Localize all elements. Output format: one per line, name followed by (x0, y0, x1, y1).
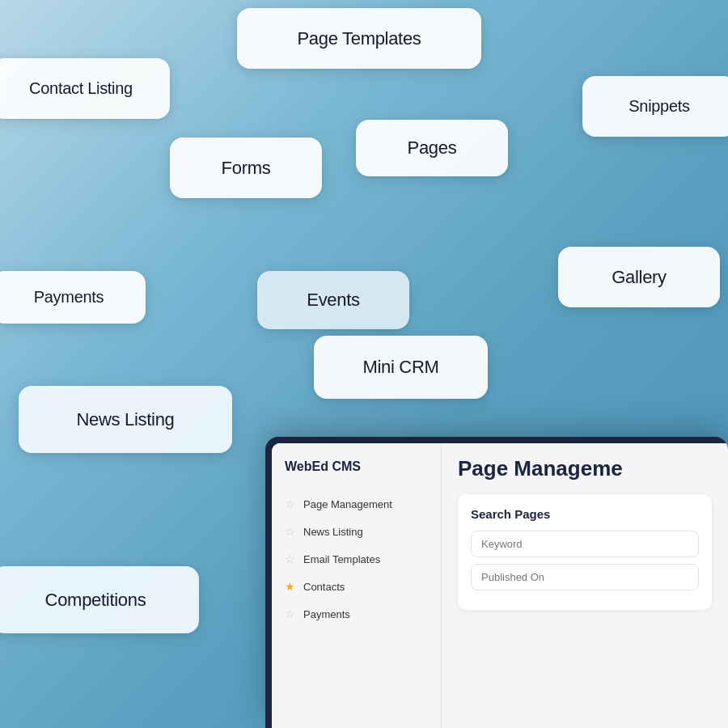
star-icon-1: ☆ (285, 497, 295, 510)
star-icon-2: ☆ (285, 525, 295, 538)
card-competitions[interactable]: Competitions (0, 566, 199, 633)
sidebar-item-email-templates[interactable]: ☆ Email Templates (272, 545, 441, 573)
sidebar-label-payments: Payments (303, 608, 350, 620)
card-events[interactable]: Events (257, 271, 409, 329)
card-contact-listing[interactable]: Contact Listing (0, 58, 170, 119)
card-forms[interactable]: Forms (170, 138, 322, 198)
app-logo: WebEd CMS (272, 459, 441, 490)
device-window: WebEd CMS ☆ Page Management ☆ News Listi… (265, 437, 728, 728)
sidebar-label-page-management: Page Management (303, 498, 392, 510)
sidebar-label-news-listing: News Listing (303, 526, 363, 538)
card-pages[interactable]: Pages (356, 120, 508, 176)
card-gallery[interactable]: Gallery (558, 247, 720, 307)
sidebar-label-contacts: Contacts (303, 581, 345, 593)
card-news-listing[interactable]: News Listing (19, 386, 232, 453)
main-content: Page Manageme Search Pages (442, 443, 728, 728)
card-snippets[interactable]: Snippets (582, 76, 728, 137)
sidebar-item-contacts[interactable]: ★ Contacts (272, 573, 441, 600)
sidebar: WebEd CMS ☆ Page Management ☆ News Listi… (272, 443, 442, 728)
card-mini-crm[interactable]: Mini CRM (314, 336, 488, 399)
card-payments[interactable]: Payments (0, 271, 146, 324)
star-icon-4: ★ (285, 580, 295, 593)
keyword-input[interactable] (471, 531, 699, 557)
main-title: Page Manageme (458, 456, 712, 481)
sidebar-item-news-listing[interactable]: ☆ News Listing (272, 518, 441, 545)
card-page-templates[interactable]: Page Templates (237, 8, 481, 69)
sidebar-item-page-management[interactable]: ☆ Page Management (272, 490, 441, 518)
search-panel-title: Search Pages (471, 507, 699, 521)
star-icon-5: ☆ (285, 607, 295, 620)
star-icon-3: ☆ (285, 552, 295, 565)
sidebar-label-email-templates: Email Templates (303, 553, 380, 565)
search-panel: Search Pages (458, 494, 712, 610)
sidebar-item-payments[interactable]: ☆ Payments (272, 600, 441, 628)
published-on-input[interactable] (471, 564, 699, 590)
device-inner: WebEd CMS ☆ Page Management ☆ News Listi… (272, 443, 728, 728)
